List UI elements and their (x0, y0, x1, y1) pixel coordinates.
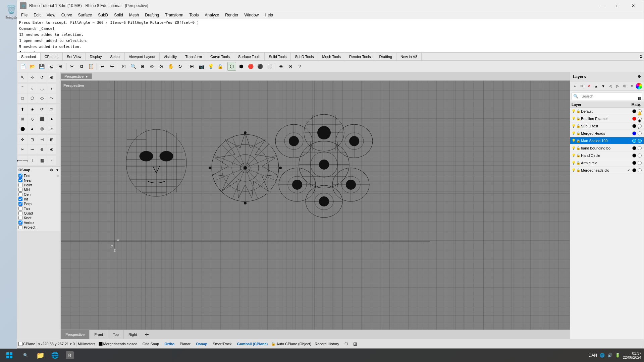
osnap-mid-check[interactable] (18, 188, 22, 192)
toolbar-4view[interactable]: ⊞ (187, 62, 196, 71)
menu-analyze[interactable]: Analyze (202, 12, 222, 18)
osnap-end-check[interactable] (18, 174, 22, 178)
layer-btn-down[interactable]: ▼ (600, 83, 606, 89)
layer-btn-menu[interactable]: ≡ (629, 83, 635, 89)
osnap-project-check[interactable] (18, 225, 22, 229)
osnap-perp[interactable]: Perp (18, 201, 59, 206)
toolbar-settings-icon[interactable]: ⚙ (639, 54, 644, 60)
osnap-quad[interactable]: Quad (18, 211, 59, 216)
status-fil[interactable]: Fil (342, 341, 351, 347)
osnap-cen[interactable]: Cen (18, 192, 59, 197)
toolbar-paste[interactable]: 📋 (87, 62, 95, 71)
ellipse-tool[interactable]: ⬭ (37, 94, 47, 103)
tab-new-in-v8[interactable]: New in V8 (396, 53, 422, 60)
tray-battery-icon[interactable]: 🔋 (615, 353, 620, 358)
menu-file[interactable]: File (18, 12, 30, 18)
curve-tool[interactable]: ⌒ (18, 84, 27, 93)
status-record-history[interactable]: Record History (313, 341, 341, 347)
toolbar-zoom-extent[interactable]: ⊗ (148, 62, 156, 71)
solid-cyl[interactable]: ⬤ (18, 124, 27, 133)
text-tool[interactable]: T (28, 156, 37, 165)
osnap-perp-check[interactable] (18, 202, 22, 206)
rotate-tool[interactable]: ↺ (37, 73, 47, 82)
panel-icon-4[interactable]: ◈ (636, 118, 642, 124)
panel-icon-3[interactable]: 🔔 (636, 110, 642, 116)
taskbar-app-rhino[interactable]: R (63, 349, 76, 362)
toolbar-gumball[interactable]: ⊕ (277, 62, 285, 71)
tab-surface-tools[interactable]: Surface Tools (234, 53, 265, 60)
add-viewport-icon[interactable]: ✛ (145, 332, 149, 337)
move-tool[interactable]: ✛ (18, 135, 27, 144)
array-tool[interactable]: ⊞ (47, 135, 56, 144)
toolbar-arctic[interactable]: ⚪ (265, 62, 274, 71)
taskbar-app-search[interactable]: 🔍 (19, 349, 32, 362)
osnap-near[interactable]: Near (18, 178, 59, 183)
toolbar-help[interactable]: ? (296, 62, 304, 71)
close-button[interactable]: ✕ (626, 0, 641, 11)
osnap-settings[interactable]: ⚙ (50, 168, 53, 172)
tab-cplanes[interactable]: CPlanes (41, 53, 63, 60)
panel-icon-1[interactable]: 🖥 (636, 96, 642, 102)
layer-row-mergedheads-clo[interactable]: 💡 🔒 Mergedheads clo ✓ (570, 167, 644, 174)
osnap-near-check[interactable] (18, 178, 22, 182)
layer-btn-right[interactable]: ▷ (614, 83, 621, 89)
layer-btn-up[interactable]: ▲ (593, 83, 599, 89)
toolbar-zoom-window[interactable]: ⊕ (138, 62, 147, 71)
layer-row-subd[interactable]: 💡 🔒 Sub D test (570, 122, 644, 130)
panel-icon-5[interactable]: ↔ (636, 125, 642, 131)
explode-tool[interactable]: ⊗ (47, 145, 56, 154)
minimize-button[interactable]: — (595, 0, 610, 11)
arc-tool[interactable]: ◡ (37, 84, 47, 93)
extrude-tool[interactable]: ⬆ (18, 105, 27, 114)
circle-tool[interactable]: ○ (28, 84, 37, 93)
toolbar-shaded[interactable]: ⬢ (237, 62, 246, 71)
network-tool[interactable]: ⊞ (18, 114, 27, 124)
tab-standard[interactable]: Standard (17, 53, 41, 60)
osnap-vertex[interactable]: Vertex (18, 220, 59, 225)
toolbar-zoom-in[interactable]: 🔍 (129, 62, 138, 71)
revolve-tool[interactable]: ⟳ (37, 105, 47, 114)
tab-subd-tools[interactable]: SubD Tools (291, 53, 318, 60)
layer-row-hand-circle[interactable]: 💡 🔒 Hand Circle (570, 152, 644, 159)
osnap-tan-check[interactable] (18, 206, 22, 210)
cmd-prompt[interactable]: Command: (19, 50, 642, 53)
solid-box[interactable]: ⬛ (37, 114, 47, 124)
status-grid-snap[interactable]: Grid Snap (141, 341, 161, 347)
layer-row-default[interactable]: 💡 🔒 Default (570, 108, 644, 115)
tab-mesh-tools[interactable]: Mesh Tools (318, 53, 345, 60)
layer-row-man-scaled[interactable]: 💡 🔒 Man Scaled 100 (570, 137, 644, 144)
osnap-knot[interactable]: Knot (18, 216, 59, 220)
toolbar-rotate-view[interactable]: ↻ (176, 62, 184, 71)
menu-surface[interactable]: Surface (75, 12, 95, 18)
menu-subd[interactable]: SubD (95, 12, 111, 18)
tab-select[interactable]: Select (106, 53, 125, 60)
menu-curve[interactable]: Curve (59, 12, 75, 18)
menu-window[interactable]: Window (242, 12, 262, 18)
hatch-tool[interactable]: ▩ (37, 156, 47, 165)
toolbar-rendered2[interactable]: ⚫ (256, 62, 264, 71)
tray-volume-icon[interactable]: 🔊 (607, 353, 612, 358)
status-ortho[interactable]: Ortho (162, 341, 176, 347)
menu-tools[interactable]: Tools (187, 12, 202, 18)
toolbar-save[interactable]: 💾 (37, 62, 46, 71)
layer-btn-left[interactable]: ◁ (607, 83, 613, 89)
panel-icon-2[interactable]: ☆ (636, 103, 642, 109)
osnap-tan[interactable]: Tan (18, 206, 59, 211)
solid-cone[interactable]: ▲ (28, 124, 37, 133)
status-expand-icon[interactable]: ⊞ (353, 341, 357, 347)
toolbar-lock[interactable]: 🔒 (216, 62, 224, 71)
toolbar-snap[interactable]: ⊠ (286, 62, 295, 71)
osnap-int[interactable]: Int (18, 197, 59, 201)
osnap-cen-check[interactable] (18, 192, 22, 196)
tray-globe-icon[interactable]: 🌐 (600, 353, 605, 358)
status-osnap[interactable]: Osnap (194, 341, 209, 347)
tab-drafting[interactable]: Drafting (375, 53, 397, 60)
tab-set-view[interactable]: Set View (63, 53, 86, 60)
solid-torus[interactable]: ◎ (37, 124, 47, 133)
rect-tool[interactable]: □ (18, 94, 27, 103)
viewport-canvas[interactable]: x y z (61, 81, 570, 329)
taskbar-app-files[interactable]: 📁 (34, 349, 47, 362)
menu-transform[interactable]: Transform (162, 12, 186, 18)
toolbar-copy[interactable]: ⧉ (77, 62, 86, 71)
bottom-tab-perspective[interactable]: Perspective (61, 330, 90, 339)
